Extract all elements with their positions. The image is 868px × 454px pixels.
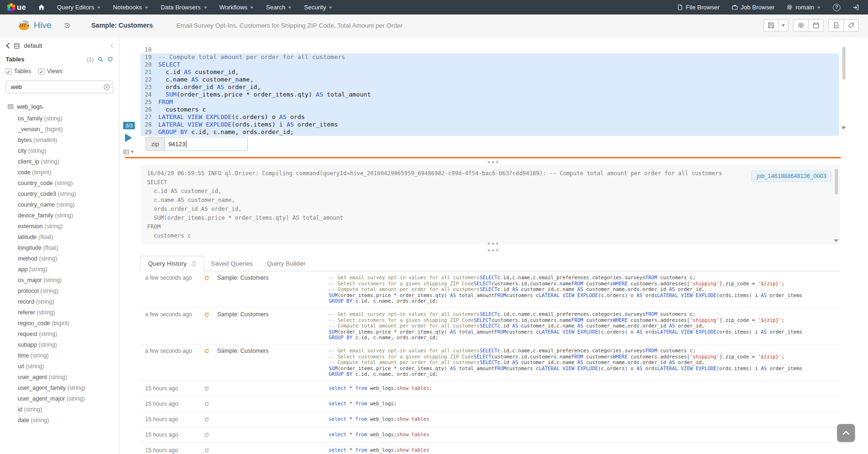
editor-line[interactable]: 27LATERAL VIEW EXPLODE(c.orders) o AS or… (140, 113, 839, 121)
sign-out-button[interactable] (846, 0, 865, 15)
editor-line[interactable]: 23 ords.order_id AS order_id, (140, 83, 839, 91)
line-number: 22 (140, 76, 158, 83)
user-menu[interactable]: romain (780, 0, 827, 15)
column-item[interactable]: user_agent (string) (0, 372, 119, 383)
tables-checkbox[interactable]: ✓ Tables (6, 68, 31, 74)
variable-input-zip[interactable]: 94123 (164, 137, 248, 151)
column-item[interactable]: country_code3 (string) (0, 189, 119, 200)
history-row[interactable]: 15 hours agoselect * from web_logs;show … (140, 381, 840, 396)
menu-security[interactable]: Security (298, 0, 338, 15)
resize-handle[interactable]: ●●● (119, 242, 868, 246)
column-item[interactable]: region_code (bigint) (0, 318, 119, 329)
column-item[interactable]: method (string) (0, 253, 119, 264)
job-link[interactable]: job_1461888648136_0003 (751, 171, 831, 182)
column-item[interactable]: os_family (string) (0, 113, 119, 124)
search-icon[interactable] (97, 56, 103, 62)
history-row[interactable]: 15 hours agoselect * from web_logs;show … (140, 427, 840, 443)
help-button[interactable]: ? (827, 0, 846, 15)
column-item[interactable]: city (string) (0, 146, 119, 156)
resize-handle[interactable]: ●●● (119, 160, 868, 164)
column-item[interactable]: country_code (string) (0, 178, 119, 189)
menu-workflows[interactable]: Workflows (213, 0, 260, 15)
editor-line[interactable]: 25FROM (140, 98, 839, 106)
editor-line[interactable]: 29GROUP BY c.id, c.name, ords.order_id; (140, 128, 839, 136)
home-button[interactable] (32, 0, 51, 15)
column-item[interactable]: date (string) (0, 415, 119, 426)
statement-counter-badge[interactable]: 3/3 (123, 122, 135, 129)
schedule-button[interactable] (808, 19, 824, 32)
column-item[interactable]: id (string) (0, 404, 119, 415)
editor-line[interactable]: 24 SUM(order_items.price * order_items.q… (140, 91, 839, 98)
column-item[interactable]: device_family (string) (0, 210, 119, 221)
column-item[interactable]: bytes (smallint) (0, 135, 119, 146)
code-editor[interactable]: 1819-- Compute total amount per order fo… (140, 46, 839, 136)
refresh-icon[interactable] (107, 56, 113, 62)
column-item[interactable]: time (string) (0, 350, 119, 361)
column-item[interactable]: app (string) (0, 264, 119, 275)
history-row[interactable]: 15 hours agoselect * from web_logs;show … (140, 443, 840, 454)
history-row[interactable]: a few seconds agoSample: Customers-- Get… (140, 271, 840, 308)
save-button[interactable] (763, 19, 779, 32)
export-results-button[interactable] (123, 149, 134, 155)
column-item[interactable]: latitude (float) (0, 232, 119, 243)
settings-button[interactable] (793, 19, 809, 32)
editor-line[interactable]: 22 c.name AS customer_name, (140, 76, 839, 83)
hive-app-link[interactable]: Hive (17, 19, 51, 31)
file-browser-link[interactable]: File Browser (671, 0, 726, 15)
execute-button[interactable] (125, 134, 132, 142)
views-checkbox[interactable]: ✓ Views (38, 68, 62, 74)
column-item[interactable]: client_ip (string) (0, 156, 119, 167)
tab-query-history[interactable]: Query History (140, 256, 204, 271)
new-document-button[interactable] (828, 19, 844, 32)
column-item[interactable]: _version_ (bigint) (0, 124, 119, 135)
editor-scroll-down-icon[interactable] (841, 127, 846, 129)
column-item[interactable]: url (string) (0, 361, 119, 372)
column-name: bytes (18, 137, 32, 143)
menu-data-browsers[interactable]: Data Browsers (154, 0, 213, 15)
editor-line[interactable]: 20SELECT (140, 61, 839, 68)
editor-line[interactable]: 28LATERAL VIEW EXPLODE(ords.items) i AS … (140, 121, 839, 128)
column-item[interactable]: referer (string) (0, 307, 119, 318)
tab-saved-queries[interactable]: Saved Queries (204, 256, 260, 271)
clipboard-icon[interactable] (191, 261, 197, 267)
editor-line[interactable]: 26 customers c (140, 106, 839, 113)
column-item[interactable]: longitude (float) (0, 243, 119, 253)
column-item[interactable]: user_agent_family (string) (0, 383, 119, 394)
query-history-icon[interactable] (64, 22, 71, 29)
column-item[interactable]: country_name (string) (0, 200, 119, 210)
column-item[interactable]: extension (string) (0, 221, 119, 232)
column-item[interactable]: record (string) (0, 297, 119, 307)
editor-line[interactable]: 18 (140, 46, 839, 53)
hue-brand[interactable]: ue (0, 3, 32, 12)
table-filter-input[interactable]: web (6, 81, 113, 93)
menu-query-editors[interactable]: Query Editors (51, 0, 107, 15)
back-arrow-icon[interactable] (6, 43, 10, 49)
history-row[interactable]: a few seconds agoSample: Customers-- Get… (140, 308, 840, 344)
resize-handle[interactable]: ●●● (119, 248, 868, 252)
database-name[interactable]: default (24, 42, 106, 49)
scroll-to-top-button[interactable] (837, 424, 855, 442)
log-scrollbar-thumb[interactable] (835, 169, 838, 194)
history-row[interactable]: 15 hours agoselect * from web_logs;show … (140, 412, 840, 427)
clear-filter-icon[interactable] (103, 84, 110, 90)
save-dropdown-button[interactable] (778, 19, 788, 32)
column-item[interactable]: code (tinyint) (0, 167, 119, 178)
column-name: device_family (18, 212, 53, 219)
job-browser-link[interactable]: Job Browser (726, 0, 780, 15)
history-row[interactable]: a few seconds agoSample: Customers-- Get… (140, 344, 840, 381)
collapse-panel-icon[interactable] (110, 43, 113, 48)
editor-line[interactable]: 19-- Compute total amount per order for … (140, 53, 839, 61)
table-item-web-logs[interactable]: web_logs (0, 96, 119, 111)
menu-search[interactable]: Search (260, 0, 298, 15)
column-item[interactable]: request (string) (0, 329, 119, 340)
column-item[interactable]: os_major (string) (0, 275, 119, 286)
history-row[interactable]: 15 hours agoselect * from web_logs; (140, 396, 840, 412)
tags-button[interactable] (843, 19, 859, 32)
editor-scrollbar-thumb[interactable] (842, 47, 846, 80)
editor-line[interactable]: 21 c.id AS customer_id, (140, 68, 839, 76)
column-item[interactable]: subapp (string) (0, 340, 119, 350)
column-item[interactable]: user_agent_major (string) (0, 394, 119, 404)
tab-query-builder[interactable]: Query Builder (260, 256, 313, 271)
column-item[interactable]: protocol (string) (0, 286, 119, 297)
menu-notebooks[interactable]: Notebooks (107, 0, 154, 15)
